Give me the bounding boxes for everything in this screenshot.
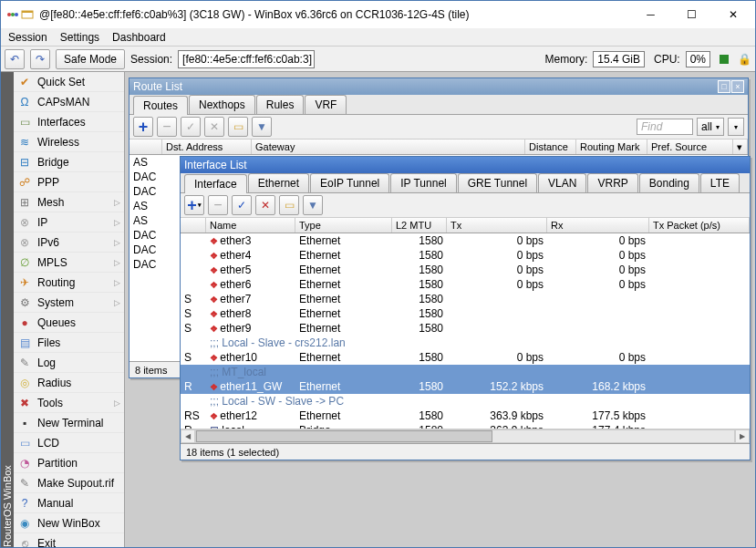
session-field[interactable]: [fe80::4e5e:cff:fef6:c0ab:3] (178, 50, 315, 68)
scroll-right-icon[interactable]: ▶ (735, 429, 750, 443)
table-row[interactable]: RS❖ ether12Ethernet1580363.9 kbps177.5 k… (181, 408, 750, 423)
column-menu[interactable]: ▾ (728, 118, 744, 136)
filter-button[interactable]: ▼ (303, 195, 323, 215)
menu-session[interactable]: Session (8, 31, 47, 44)
horizontal-scrollbar[interactable]: ◀ ▶ (181, 429, 750, 443)
sidebar-item-wireless[interactable]: ≋Wireless (14, 132, 124, 152)
comment-button[interactable]: ▭ (279, 195, 299, 215)
sidebar-item-partition[interactable]: ◔Partition (14, 453, 124, 473)
tab-vrrp[interactable]: VRRP (587, 173, 637, 192)
enable-button[interactable]: ✓ (181, 117, 201, 137)
table-row[interactable]: S❖ ether8Ethernet1580 (181, 306, 750, 321)
sidebar-item-lcd[interactable]: ▭LCD (14, 433, 124, 453)
col-dst[interactable]: Dst. Address (162, 140, 252, 154)
menu-dashboard[interactable]: Dashboard (112, 31, 166, 44)
tab-ethernet[interactable]: Ethernet (248, 173, 309, 192)
filter-dropdown[interactable]: all▾ (697, 118, 724, 136)
col-flags[interactable] (129, 140, 162, 154)
sidebar-item-queues[interactable]: ●Queues (14, 313, 124, 333)
sidebar-item-bridge[interactable]: ⊟Bridge (14, 152, 124, 172)
redo-button[interactable]: ↷ (30, 49, 50, 69)
maximize-button[interactable]: ☐ (671, 2, 712, 28)
table-row[interactable]: ❖ ether4Ethernet15800 bps0 bps (181, 248, 750, 263)
tab-rules[interactable]: Rules (256, 95, 305, 114)
interface-list-titlebar[interactable]: Interface List (181, 157, 750, 173)
table-row[interactable]: S❖ ether10Ethernet15800 bps0 bps (181, 350, 750, 365)
col-gw[interactable]: Gateway (252, 140, 525, 154)
route-list-titlebar[interactable]: Route List □ × (129, 78, 748, 95)
scroll-left-icon[interactable]: ◀ (181, 429, 195, 443)
col-pref[interactable]: Pref. Source (647, 140, 733, 154)
menu-settings[interactable]: Settings (60, 31, 99, 44)
sidebar-item-quick-set[interactable]: ✔Quick Set (14, 72, 124, 92)
sidebar-item-radius[interactable]: ◎Radius (14, 373, 124, 393)
sidebar-item-mesh[interactable]: ⊞Mesh▷ (14, 192, 124, 212)
tab-ip-tunnel[interactable]: IP Tunnel (390, 173, 456, 192)
sidebar-item-mpls[interactable]: ∅MPLS▷ (14, 253, 124, 273)
sidebar-icon: ✔ (17, 75, 32, 89)
comment-row[interactable]: ;;; Local - Slave - crs212.lan (181, 336, 750, 350)
col-mark[interactable]: Routing Mark (576, 140, 647, 154)
table-row[interactable]: S❖ ether7Ethernet1580 (181, 292, 750, 306)
col-flags[interactable] (181, 218, 206, 233)
tab-eoip-tunnel[interactable]: EoIP Tunnel (310, 173, 389, 192)
table-row[interactable]: S❖ ether9Ethernet1580 (181, 321, 750, 336)
route-list-max-icon[interactable]: □ (718, 80, 730, 93)
table-row[interactable]: R❖ ether11_GWEthernet1580152.2 kbps168.2… (181, 379, 750, 394)
sidebar-item-log[interactable]: ✎Log (14, 353, 124, 373)
close-button[interactable]: ✕ (712, 2, 753, 28)
sidebar-item-files[interactable]: ▤Files (14, 333, 124, 353)
table-row[interactable]: ❖ ether3Ethernet15800 bps0 bps (181, 233, 750, 248)
tab-routes[interactable]: Routes (133, 96, 188, 115)
col-type[interactable]: Type (295, 218, 392, 233)
sidebar-item-ipv6[interactable]: ⊗IPv6▷ (14, 233, 124, 253)
minimize-button[interactable]: ─ (630, 2, 671, 28)
table-row[interactable]: R⊟ localBridge1580363.9 kbps177.4 kbps (181, 423, 750, 429)
disable-button[interactable]: ✕ (255, 195, 275, 215)
col-tx[interactable]: Tx (447, 218, 547, 233)
sidebar-item-ip[interactable]: ⊗IP▷ (14, 212, 124, 233)
tab-vlan[interactable]: VLAN (538, 173, 586, 192)
interface-grid-body[interactable]: ❖ ether3Ethernet15800 bps0 bps❖ ether4Et… (181, 233, 750, 429)
add-button[interactable]: + (133, 117, 153, 137)
remove-button[interactable]: − (208, 195, 228, 215)
undo-button[interactable]: ↶ (5, 49, 25, 69)
tab-lte[interactable]: LTE (700, 173, 740, 192)
filter-button[interactable]: ▼ (252, 117, 272, 137)
safe-mode-button[interactable]: Safe Mode (56, 49, 125, 69)
tab-interface[interactable]: Interface (184, 174, 247, 193)
remove-button[interactable]: − (157, 117, 177, 137)
sidebar-item-tools[interactable]: ✖Tools▷ (14, 393, 124, 413)
sidebar-item-make-supout-rif[interactable]: ✎Make Supout.rif (14, 473, 124, 493)
tab-gre-tunnel[interactable]: GRE Tunnel (458, 173, 537, 192)
sidebar-item-system[interactable]: ⚙System▷ (14, 293, 124, 313)
sidebar-item-exit[interactable]: ⎋Exit (14, 533, 124, 547)
sidebar-item-routing[interactable]: ✈Routing▷ (14, 273, 124, 293)
tab-bonding[interactable]: Bonding (639, 173, 699, 192)
find-input[interactable]: Find (637, 119, 693, 135)
table-row[interactable]: ❖ ether5Ethernet15800 bps0 bps (181, 263, 750, 277)
col-name[interactable]: Name (206, 218, 295, 233)
tab-vrf[interactable]: VRF (305, 95, 347, 114)
comment-button[interactable]: ▭ (228, 117, 248, 137)
col-rx[interactable]: Rx (547, 218, 649, 233)
table-row[interactable]: ❖ ether6Ethernet15800 bps0 bps (181, 277, 750, 292)
col-l2mtu[interactable]: L2 MTU (392, 218, 447, 233)
disable-button[interactable]: ✕ (204, 117, 224, 137)
sidebar-item-ppp[interactable]: ☍PPP (14, 172, 124, 192)
sidebar-item-interfaces[interactable]: ▭Interfaces (14, 112, 124, 132)
col-menu-icon[interactable]: ▾ (733, 140, 748, 154)
col-txp[interactable]: Tx Packet (p/s) (649, 218, 750, 233)
sidebar-item-capsman[interactable]: ΩCAPsMAN (14, 92, 124, 112)
tab-nexthops[interactable]: Nexthops (189, 95, 255, 114)
sidebar-item-manual[interactable]: ?Manual (14, 493, 124, 513)
sidebar-item-new-terminal[interactable]: ▪New Terminal (14, 413, 124, 433)
sidebar-item-new-winbox[interactable]: ◉New WinBox (14, 513, 124, 533)
add-button[interactable]: +▾ (184, 195, 204, 215)
col-dist[interactable]: Distance (525, 140, 576, 154)
enable-button[interactable]: ✓ (232, 195, 252, 215)
comment-row[interactable]: ;;; Local - SW - Slave -> PC (181, 394, 750, 408)
route-list-close-icon[interactable]: × (731, 80, 744, 93)
interface-list-window[interactable]: Interface List InterfaceEthernetEoIP Tun… (180, 156, 751, 460)
comment-row[interactable]: ;;; MT_local (181, 365, 750, 379)
